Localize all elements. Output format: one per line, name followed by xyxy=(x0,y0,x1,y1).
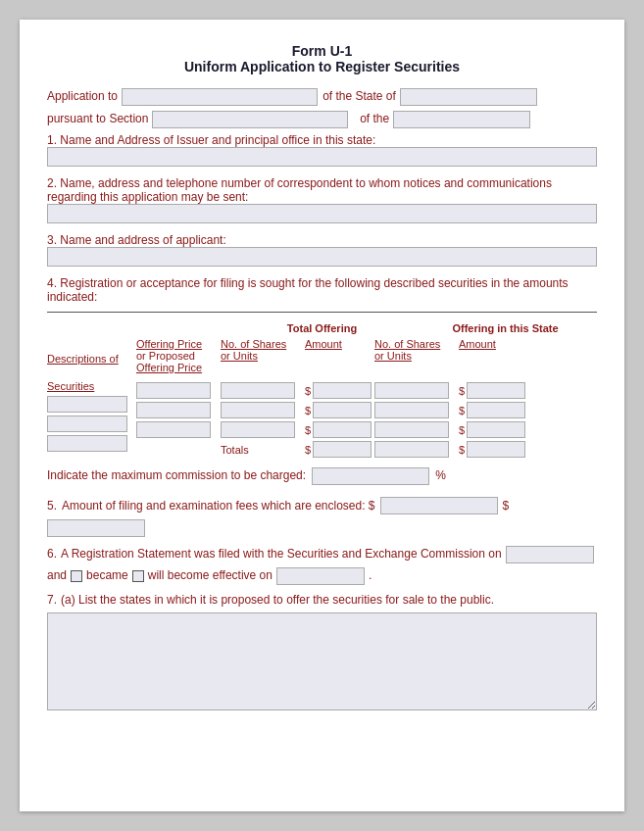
percent-label: % xyxy=(435,468,446,482)
s5-input-1[interactable] xyxy=(380,497,498,514)
desc-input-3[interactable] xyxy=(47,435,127,452)
section-2-label: 2. Name, address and telephone number of… xyxy=(47,176,597,204)
state-amount-input-2[interactable] xyxy=(467,402,525,418)
pursuant-row: pursuant to Section of the xyxy=(47,111,597,128)
col-state-amount: Amount $ $ $ $ xyxy=(459,338,522,458)
state-input[interactable] xyxy=(400,88,537,106)
price-input-3[interactable] xyxy=(136,421,211,438)
total-shares-input-2[interactable] xyxy=(221,402,295,418)
s6-effective-date[interactable] xyxy=(276,567,365,585)
state-amount-total-input[interactable] xyxy=(467,441,525,458)
total-amount-input-2[interactable] xyxy=(313,402,372,418)
col-state-shares: No. of Shares or Units xyxy=(374,338,453,458)
of-the-label: of the xyxy=(360,112,389,125)
s6-became: became xyxy=(86,566,128,585)
s6-text1: A Registration Statement was filed with … xyxy=(61,545,502,563)
state-shares-input-1[interactable] xyxy=(374,382,449,399)
offering-state-header: Offering in this State xyxy=(414,322,597,334)
divider xyxy=(47,312,597,313)
section-7: 7. (a) List the states in which it is pr… xyxy=(47,593,597,710)
state-dollar-1: $ xyxy=(459,385,465,397)
total-amount-total-input[interactable] xyxy=(313,441,372,458)
state-amount-row-3: $ xyxy=(459,421,522,438)
total-amount-row-1: $ xyxy=(305,382,369,399)
total-amount-total: $ xyxy=(305,441,369,458)
section-4: 4. Registration or acceptance for filing… xyxy=(47,276,597,313)
col-descriptions: Descriptions of Securities xyxy=(47,338,130,452)
state-amount-total: $ xyxy=(459,441,522,458)
application-to-input[interactable] xyxy=(122,88,318,106)
section-4-label: 4. Registration or acceptance for filing… xyxy=(47,276,597,304)
state-dollar-total: $ xyxy=(459,444,465,456)
will-checkbox[interactable] xyxy=(132,570,144,582)
col1-label1: Descriptions of xyxy=(47,338,130,366)
col3-label2: or Units xyxy=(221,350,299,362)
pursuant-section-input[interactable] xyxy=(152,111,348,128)
form-page: Form U-1 Uniform Application to Register… xyxy=(20,20,624,811)
col2-label2: or Proposed xyxy=(136,350,215,362)
s6-and: and xyxy=(47,566,67,585)
of-the-state-label: of the State of xyxy=(322,89,396,103)
col3-label1: No. of Shares xyxy=(221,338,299,350)
total-amount-input-3[interactable] xyxy=(313,421,372,438)
dollar-sign-3: $ xyxy=(305,424,311,436)
total-shares-input-1[interactable] xyxy=(221,382,295,399)
s5-input-2[interactable] xyxy=(47,519,145,537)
col1-label2: Securities xyxy=(47,366,130,393)
offering-table: Descriptions of Securities Offering Pric… xyxy=(47,338,597,458)
section-5: 5. Amount of filing and examination fees… xyxy=(47,497,597,537)
section-3-input[interactable] xyxy=(47,247,597,267)
col6-label: Amount xyxy=(459,338,522,350)
section-2-input[interactable] xyxy=(47,204,597,223)
form-title-line1: Form U-1 xyxy=(47,43,597,59)
dollar-sign-total: $ xyxy=(305,444,311,456)
state-amount-row-1: $ xyxy=(459,382,522,399)
totals-label: Totals xyxy=(221,444,249,456)
desc-input-1[interactable] xyxy=(47,396,127,413)
s7-label: (a) List the states in which it is propo… xyxy=(61,593,494,607)
col5-label1: No. of Shares xyxy=(374,338,453,350)
pursuant-label: pursuant to Section xyxy=(47,112,148,125)
col4-label: Amount xyxy=(305,338,369,350)
col5-label2: or Units xyxy=(374,350,453,362)
section-1-label: 1. Name and Address of Issuer and princi… xyxy=(47,133,597,147)
state-shares-input-3[interactable] xyxy=(374,421,449,438)
price-input-1[interactable] xyxy=(136,382,211,399)
commission-row: Indicate the maximum commission to be ch… xyxy=(47,467,597,485)
desc-input-2[interactable] xyxy=(47,416,127,432)
application-to-label: Application to xyxy=(47,89,118,103)
col2-label3: Offering Price xyxy=(136,362,215,373)
col-offering-price: Offering Price or Proposed Offering Pric… xyxy=(136,338,215,438)
totals-label-1: Totals xyxy=(221,441,299,458)
total-offering-header: Total Offering xyxy=(230,322,414,334)
total-amount-input-1[interactable] xyxy=(313,382,372,399)
section-6: 6. A Registration Statement was filed wi… xyxy=(47,545,597,585)
of-the-input[interactable] xyxy=(393,111,530,128)
section-1-input[interactable] xyxy=(47,147,597,167)
state-dollar-2: $ xyxy=(459,405,465,416)
price-input-2[interactable] xyxy=(136,402,211,418)
commission-input[interactable] xyxy=(312,467,429,485)
form-title-line2: Uniform Application to Register Securiti… xyxy=(47,59,597,74)
state-amount-input-3[interactable] xyxy=(467,421,525,438)
state-dollar-3: $ xyxy=(459,424,465,436)
s6-date-filed[interactable] xyxy=(506,546,594,563)
s5-num: 5. xyxy=(47,499,57,513)
s6-period: . xyxy=(369,566,372,585)
commission-label: Indicate the maximum commission to be ch… xyxy=(47,468,306,482)
total-amount-row-2: $ xyxy=(305,402,369,418)
state-shares-total-input[interactable] xyxy=(374,441,449,458)
s7-textarea[interactable] xyxy=(47,612,597,710)
section-1: 1. Name and Address of Issuer and princi… xyxy=(47,133,597,167)
state-amount-input-1[interactable] xyxy=(467,382,525,399)
total-shares-input-3[interactable] xyxy=(221,421,295,438)
dollar-sign-2: $ xyxy=(305,405,311,416)
state-shares-input-2[interactable] xyxy=(374,402,449,418)
application-row: Application to of the State of xyxy=(47,88,597,106)
section-3: 3. Name and address of applicant: xyxy=(47,233,597,267)
s5-label: Amount of filing and examination fees wh… xyxy=(62,499,375,513)
state-amount-row-2: $ xyxy=(459,402,522,418)
offering-headers: Total Offering Offering in this State xyxy=(47,322,597,334)
became-checkbox[interactable] xyxy=(71,570,82,582)
s6-will: will become effective on xyxy=(148,566,272,585)
